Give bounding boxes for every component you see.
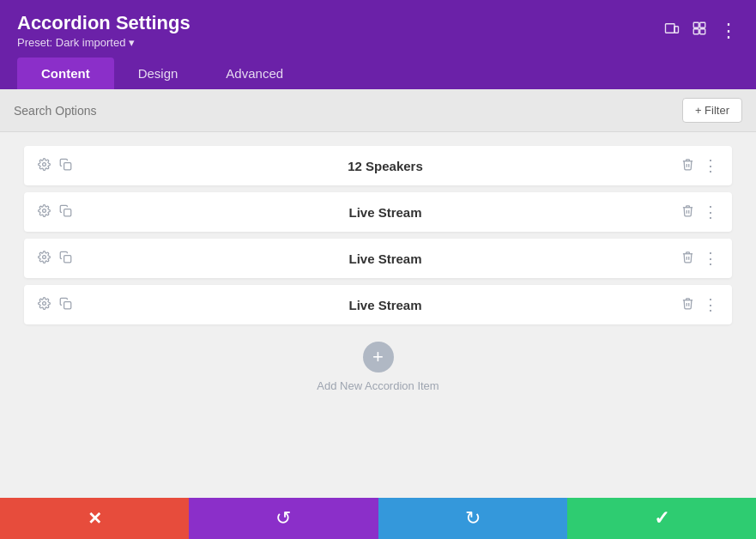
item-label-3: Live Stream (89, 251, 681, 266)
tab-bar: Content Design Advanced (17, 58, 739, 89)
item-label-2: Live Stream (89, 205, 681, 220)
tab-advanced[interactable]: Advanced (202, 58, 307, 89)
svg-point-6 (43, 162, 46, 166)
item-right-icons-3: ⋮ (681, 249, 718, 268)
svg-point-8 (43, 209, 46, 212)
duplicate-icon-4[interactable] (59, 297, 72, 313)
settings-icon-4[interactable] (38, 297, 51, 313)
main-content: 12 Speakers ⋮ (0, 132, 756, 452)
duplicate-icon-3[interactable] (59, 251, 72, 267)
undo-icon: ↺ (275, 507, 291, 530)
more-icon-2[interactable]: ⋮ (703, 203, 718, 221)
redo-button[interactable]: ↻ (378, 498, 567, 539)
svg-rect-1 (674, 27, 679, 33)
save-icon: ✓ (654, 507, 669, 530)
settings-icon[interactable] (38, 158, 51, 174)
svg-rect-13 (64, 301, 71, 308)
filter-button[interactable]: + Filter (682, 98, 742, 123)
delete-icon-1[interactable] (681, 158, 694, 174)
header-actions: ⋮ (664, 20, 739, 42)
item-right-icons-4: ⋮ (681, 295, 718, 314)
svg-rect-9 (64, 209, 71, 215)
svg-rect-11 (64, 255, 71, 262)
delete-icon-4[interactable] (681, 297, 694, 313)
responsive-icon[interactable] (664, 21, 680, 40)
tab-design[interactable]: Design (114, 58, 203, 89)
cancel-button[interactable]: ✕ (0, 498, 189, 539)
svg-point-10 (43, 255, 46, 258)
search-input[interactable] (14, 104, 682, 118)
item-right-icons-1: ⋮ (681, 156, 718, 175)
accordion-item-2: Live Stream ⋮ (24, 192, 732, 232)
more-icon-4[interactable]: ⋮ (703, 295, 718, 314)
item-label-4: Live Stream (89, 298, 681, 312)
more-icon-3[interactable]: ⋮ (703, 249, 718, 268)
accordion-item-3: Live Stream ⋮ (24, 239, 732, 278)
add-circle-button[interactable]: + (363, 342, 394, 372)
item-label-1: 12 Speakers (89, 159, 681, 173)
svg-rect-4 (693, 29, 699, 34)
duplicate-icon-2[interactable] (59, 204, 72, 221)
svg-point-12 (43, 301, 46, 305)
duplicate-icon[interactable] (59, 158, 72, 174)
svg-rect-0 (666, 24, 675, 33)
header: Accordion Settings Preset: Dark imported… (0, 0, 756, 89)
add-new-label: Add New Accordion Item (317, 379, 438, 392)
item-left-icons-4 (38, 297, 72, 313)
preset-selector[interactable]: Preset: Dark imported ▾ (17, 36, 191, 49)
more-icon-1[interactable]: ⋮ (703, 156, 718, 175)
bottom-bar: ✕ ↺ ↻ ✓ (0, 498, 756, 539)
accordion-item-1: 12 Speakers ⋮ (24, 146, 732, 185)
svg-rect-3 (700, 22, 705, 27)
svg-rect-5 (700, 29, 705, 34)
undo-button[interactable]: ↺ (189, 498, 378, 539)
svg-rect-7 (64, 162, 71, 169)
svg-rect-2 (693, 22, 699, 27)
search-bar: + Filter (0, 89, 756, 132)
more-options-icon[interactable]: ⋮ (719, 20, 739, 42)
delete-icon-3[interactable] (681, 251, 694, 267)
delete-icon-2[interactable] (681, 204, 694, 221)
wireframe-icon[interactable] (692, 21, 707, 40)
item-left-icons-2 (38, 204, 72, 221)
page-title: Accordion Settings (17, 12, 191, 34)
settings-icon-3[interactable] (38, 251, 51, 267)
header-title-group: Accordion Settings Preset: Dark imported… (17, 12, 191, 49)
item-right-icons-2: ⋮ (681, 203, 718, 221)
accordion-item-4: Live Stream ⋮ (24, 285, 732, 324)
accordion-list: 12 Speakers ⋮ (24, 146, 732, 324)
header-top: Accordion Settings Preset: Dark imported… (17, 12, 739, 58)
add-new-item[interactable]: + Add New Accordion Item (24, 342, 732, 392)
settings-icon-2[interactable] (38, 204, 51, 221)
item-left-icons (38, 158, 72, 174)
tab-content[interactable]: Content (17, 58, 114, 89)
save-button[interactable]: ✓ (567, 498, 756, 539)
redo-icon: ↻ (465, 507, 481, 530)
item-left-icons-3 (38, 251, 72, 267)
